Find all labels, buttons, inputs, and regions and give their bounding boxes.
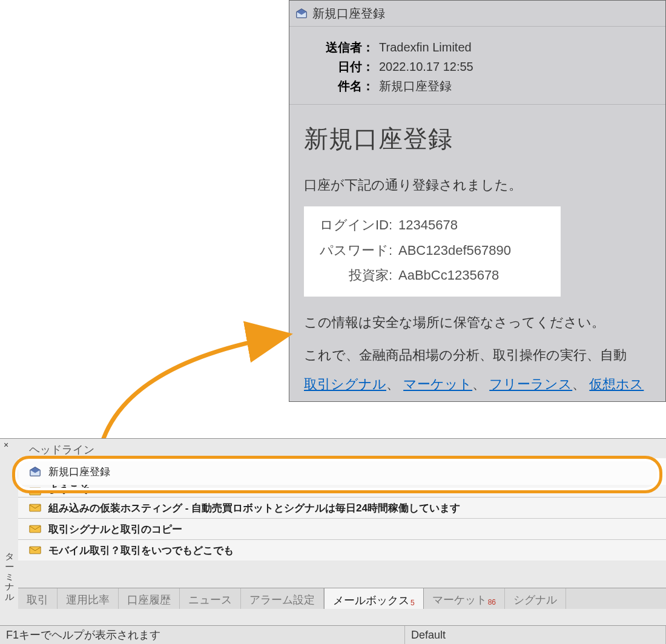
- link-virtual-host[interactable]: 仮想ホス: [589, 376, 644, 392]
- link-market[interactable]: マーケット: [403, 376, 472, 392]
- mail-open-icon: [295, 7, 308, 19]
- mail-body-links: 取引シグナル、 マーケット、 フリーランス、 仮想ホス: [304, 372, 653, 397]
- mail-body: 新規口座登録 口座が下記の通り登録されました。 ログインID: 12345678…: [289, 105, 665, 402]
- sender-label: 送信者：: [302, 38, 374, 57]
- mail-item-label: ようこそ: [48, 485, 90, 496]
- mailbox-badge: 5: [410, 599, 415, 607]
- terminal-tabbar: 取引 運用比率 口座履歴 ニュース アラーム設定 メールボックス5 マーケット8…: [18, 588, 666, 609]
- link-signal[interactable]: 取引シグナル: [304, 376, 386, 392]
- mail-popup-title: 新規口座登録: [312, 5, 385, 22]
- subject-label: 件名：: [302, 76, 374, 96]
- login-id-value: 12345678: [398, 212, 458, 238]
- password-value: ABC123def567890: [398, 238, 511, 263]
- investor-label: 投資家:: [314, 263, 392, 288]
- subject-value: 新規口座登録: [379, 76, 653, 96]
- status-bar: F1キーでヘルプが表示されます Default: [0, 625, 666, 644]
- svg-rect-1: [30, 504, 41, 511]
- mail-list-item[interactable]: 新規口座登録: [18, 458, 666, 485]
- svg-rect-2: [30, 525, 41, 533]
- mail-closed-icon: [29, 487, 41, 496]
- status-profile: Default: [405, 626, 666, 644]
- investor-value: AaBbCc1235678: [398, 263, 499, 288]
- mail-body-intro: 口座が下記の通り登録されました。: [304, 172, 653, 198]
- tab-exposure[interactable]: 運用比率: [58, 588, 119, 609]
- svg-rect-3: [30, 547, 41, 554]
- tab-trade[interactable]: 取引: [18, 588, 58, 609]
- tab-market[interactable]: マーケット86: [424, 588, 505, 609]
- mail-closed-icon: [29, 504, 41, 512]
- mail-open-icon: [29, 465, 41, 478]
- mail-list-item[interactable]: ようこそ: [18, 485, 666, 497]
- mail-list: 新規口座登録 ようこそ 組み込みの仮装ホスティング - 自動売買ロボットとシグナ…: [18, 458, 666, 560]
- date-label: 日付：: [302, 57, 374, 76]
- sender-value: Tradexfin Limited: [379, 38, 653, 57]
- credentials-box: ログインID: 12345678 パスワード: ABC123def567890 …: [304, 206, 561, 297]
- mail-item-label: 取引シグナルと取引のコピー: [48, 522, 182, 536]
- mail-item-label: 組み込みの仮装ホスティング - 自動売買ロボットとシグナルは毎日24時間稼働して…: [48, 501, 460, 515]
- mail-body-note1: この情報は安全な場所に保管なさってください。: [304, 310, 653, 335]
- login-id-label: ログインID:: [314, 212, 392, 238]
- mail-popup-header: 新規口座登録: [289, 1, 665, 27]
- market-badge: 86: [488, 598, 496, 606]
- mail-item-label: 新規口座登録: [48, 465, 110, 479]
- headline-column-header: ヘッドライン: [29, 442, 94, 457]
- tab-signals[interactable]: シグナル: [505, 588, 566, 609]
- link-freelance[interactable]: フリーランス: [489, 376, 572, 392]
- svg-rect-0: [30, 488, 41, 495]
- date-value: 2022.10.17 12:55: [379, 57, 653, 76]
- mail-body-heading: 新規口座登録: [304, 116, 653, 162]
- mail-list-item[interactable]: モバイル取引？取引をいつでもどこでも: [18, 539, 666, 560]
- terminal-vertical-tab[interactable]: ターミナル: [2, 551, 16, 602]
- tab-news[interactable]: ニュース: [180, 588, 241, 609]
- mail-item-label: モバイル取引？取引をいつでもどこでも: [48, 544, 234, 557]
- mail-list-item[interactable]: 取引シグナルと取引のコピー: [18, 518, 666, 539]
- tab-alerts[interactable]: アラーム設定: [241, 588, 324, 609]
- mail-list-item[interactable]: 組み込みの仮装ホスティング - 自動売買ロボットとシグナルは毎日24時間稼働して…: [18, 497, 666, 518]
- password-label: パスワード:: [314, 238, 392, 263]
- status-help-text: F1キーでヘルプが表示されます: [0, 626, 405, 644]
- mail-closed-icon: [29, 546, 41, 554]
- terminal-panel: × ヘッドライン ターミナル 新規口座登録 ようこそ 組み込みの仮装: [0, 438, 666, 644]
- tab-mailbox[interactable]: メールボックス5: [324, 588, 424, 609]
- tab-history[interactable]: 口座履歴: [119, 588, 180, 609]
- mail-meta: 送信者： Tradexfin Limited 日付： 2022.10.17 12…: [289, 27, 665, 105]
- mail-body-note2: これで、金融商品相場の分析、取引操作の実行、自動: [304, 343, 653, 368]
- mail-closed-icon: [29, 525, 41, 533]
- mail-content-popup: 新規口座登録 送信者： Tradexfin Limited 日付： 2022.1…: [289, 0, 666, 402]
- panel-close-button[interactable]: ×: [4, 440, 8, 450]
